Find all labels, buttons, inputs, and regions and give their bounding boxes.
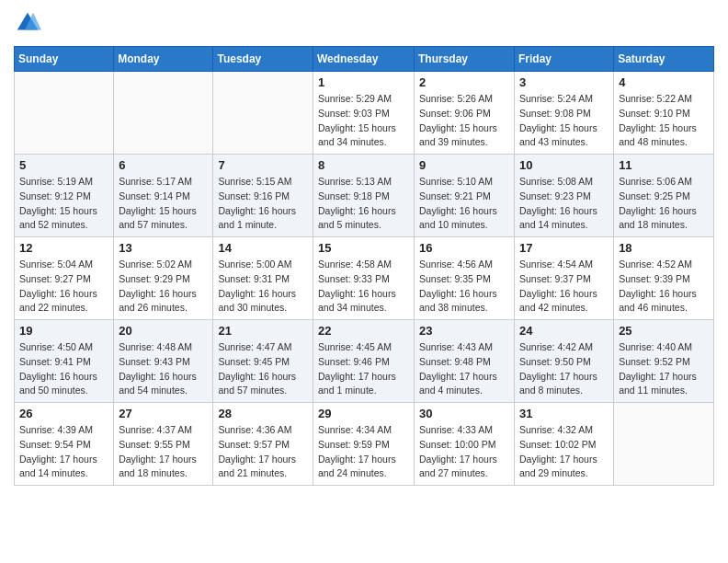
day-number: 8 (318, 158, 409, 172)
calendar-cell (114, 72, 213, 155)
day-info: Sunrise: 4:48 AMSunset: 9:43 PMDaylight:… (119, 340, 208, 398)
day-number: 9 (419, 158, 509, 172)
calendar-cell: 5Sunrise: 5:19 AMSunset: 9:12 PMDaylight… (15, 155, 114, 237)
calendar-cell: 30Sunrise: 4:33 AMSunset: 10:00 PMDaylig… (415, 403, 515, 486)
calendar-cell: 16Sunrise: 4:56 AMSunset: 9:35 PMDayligh… (415, 237, 515, 320)
day-number: 11 (619, 158, 709, 172)
day-info: Sunrise: 5:17 AMSunset: 9:14 PMDaylight:… (119, 175, 208, 233)
day-info: Sunrise: 5:10 AMSunset: 9:21 PMDaylight:… (419, 175, 509, 233)
weekday-header-monday: Monday (114, 47, 213, 72)
weekday-header-thursday: Thursday (415, 47, 515, 72)
calendar-week-2: 5Sunrise: 5:19 AMSunset: 9:12 PMDaylight… (15, 155, 714, 237)
calendar-cell: 31Sunrise: 4:32 AMSunset: 10:02 PMDaylig… (515, 403, 614, 486)
day-info: Sunrise: 4:47 AMSunset: 9:45 PMDaylight:… (218, 340, 308, 398)
day-number: 6 (119, 158, 208, 172)
calendar-cell: 23Sunrise: 4:43 AMSunset: 9:48 PMDayligh… (415, 320, 515, 403)
day-number: 25 (619, 324, 709, 338)
calendar-cell: 24Sunrise: 4:42 AMSunset: 9:50 PMDayligh… (515, 320, 614, 403)
day-number: 30 (419, 407, 509, 420)
calendar-week-4: 19Sunrise: 4:50 AMSunset: 9:41 PMDayligh… (15, 320, 714, 403)
day-info: Sunrise: 5:19 AMSunset: 9:12 PMDaylight:… (19, 175, 108, 233)
day-number: 20 (119, 324, 208, 338)
calendar-cell: 26Sunrise: 4:39 AMSunset: 9:54 PMDayligh… (15, 403, 114, 486)
day-number: 2 (419, 75, 509, 89)
day-info: Sunrise: 5:22 AMSunset: 9:10 PMDaylight:… (619, 92, 709, 150)
calendar-cell: 22Sunrise: 4:45 AMSunset: 9:46 PMDayligh… (313, 320, 415, 403)
day-number: 5 (19, 158, 108, 172)
calendar-cell (213, 72, 313, 155)
day-number: 23 (419, 324, 509, 338)
calendar-week-3: 12Sunrise: 5:04 AMSunset: 9:27 PMDayligh… (15, 237, 714, 320)
day-info: Sunrise: 5:24 AMSunset: 9:08 PMDaylight:… (519, 92, 609, 150)
calendar-cell: 4Sunrise: 5:22 AMSunset: 9:10 PMDaylight… (614, 72, 714, 155)
day-number: 13 (119, 241, 208, 255)
calendar-cell: 1Sunrise: 5:29 AMSunset: 9:03 PMDaylight… (313, 72, 415, 155)
day-info: Sunrise: 4:42 AMSunset: 9:50 PMDaylight:… (519, 340, 609, 398)
calendar-table: SundayMondayTuesdayWednesdayThursdayFrid… (14, 46, 714, 486)
calendar-cell: 2Sunrise: 5:26 AMSunset: 9:06 PMDaylight… (415, 72, 515, 155)
weekday-header-sunday: Sunday (15, 47, 114, 72)
day-number: 31 (519, 407, 609, 420)
calendar-cell (614, 403, 714, 486)
day-info: Sunrise: 4:36 AMSunset: 9:57 PMDaylight:… (218, 423, 308, 481)
calendar-cell: 12Sunrise: 5:04 AMSunset: 9:27 PMDayligh… (15, 237, 114, 320)
calendar-cell: 19Sunrise: 4:50 AMSunset: 9:41 PMDayligh… (15, 320, 114, 403)
calendar-cell: 27Sunrise: 4:37 AMSunset: 9:55 PMDayligh… (114, 403, 213, 486)
day-info: Sunrise: 5:00 AMSunset: 9:31 PMDaylight:… (218, 258, 308, 316)
calendar-cell: 6Sunrise: 5:17 AMSunset: 9:14 PMDaylight… (114, 155, 213, 237)
day-info: Sunrise: 5:08 AMSunset: 9:23 PMDaylight:… (519, 175, 609, 233)
calendar-cell: 11Sunrise: 5:06 AMSunset: 9:25 PMDayligh… (614, 155, 714, 237)
weekday-header-saturday: Saturday (614, 47, 714, 72)
day-info: Sunrise: 4:39 AMSunset: 9:54 PMDaylight:… (19, 423, 108, 481)
day-number: 24 (519, 324, 609, 338)
day-number: 3 (519, 75, 609, 89)
day-number: 16 (419, 241, 509, 255)
weekday-header-friday: Friday (515, 47, 614, 72)
calendar-cell: 3Sunrise: 5:24 AMSunset: 9:08 PMDaylight… (515, 72, 614, 155)
calendar-cell: 9Sunrise: 5:10 AMSunset: 9:21 PMDaylight… (415, 155, 515, 237)
calendar-cell: 18Sunrise: 4:52 AMSunset: 9:39 PMDayligh… (614, 237, 714, 320)
day-number: 17 (519, 241, 609, 255)
day-info: Sunrise: 4:33 AMSunset: 10:00 PMDaylight… (419, 423, 509, 481)
day-number: 28 (218, 407, 308, 420)
calendar-week-1: 1Sunrise: 5:29 AMSunset: 9:03 PMDaylight… (15, 72, 714, 155)
day-info: Sunrise: 4:58 AMSunset: 9:33 PMDaylight:… (318, 258, 409, 316)
calendar-cell: 28Sunrise: 4:36 AMSunset: 9:57 PMDayligh… (213, 403, 313, 486)
day-info: Sunrise: 4:56 AMSunset: 9:35 PMDaylight:… (419, 258, 509, 316)
day-info: Sunrise: 4:52 AMSunset: 9:39 PMDaylight:… (619, 258, 709, 316)
day-number: 22 (318, 324, 409, 338)
calendar-cell: 29Sunrise: 4:34 AMSunset: 9:59 PMDayligh… (313, 403, 415, 486)
header (14, 9, 714, 37)
day-number: 29 (318, 407, 409, 420)
calendar-cell: 7Sunrise: 5:15 AMSunset: 9:16 PMDaylight… (213, 155, 313, 237)
day-number: 1 (318, 75, 409, 89)
day-info: Sunrise: 5:04 AMSunset: 9:27 PMDaylight:… (19, 258, 108, 316)
weekday-header-row: SundayMondayTuesdayWednesdayThursdayFrid… (15, 47, 714, 72)
day-number: 10 (519, 158, 609, 172)
calendar-cell: 10Sunrise: 5:08 AMSunset: 9:23 PMDayligh… (515, 155, 614, 237)
day-number: 19 (19, 324, 108, 338)
day-number: 27 (119, 407, 208, 420)
day-number: 21 (218, 324, 308, 338)
logo (14, 9, 45, 37)
day-info: Sunrise: 4:34 AMSunset: 9:59 PMDaylight:… (318, 423, 409, 481)
day-info: Sunrise: 4:50 AMSunset: 9:41 PMDaylight:… (19, 340, 108, 398)
calendar-cell: 25Sunrise: 4:40 AMSunset: 9:52 PMDayligh… (614, 320, 714, 403)
day-number: 4 (619, 75, 709, 89)
calendar-cell (15, 72, 114, 155)
day-info: Sunrise: 5:29 AMSunset: 9:03 PMDaylight:… (318, 92, 409, 150)
day-info: Sunrise: 4:54 AMSunset: 9:37 PMDaylight:… (519, 258, 609, 316)
day-number: 15 (318, 241, 409, 255)
day-number: 12 (19, 241, 108, 255)
day-number: 26 (19, 407, 108, 420)
calendar-cell: 21Sunrise: 4:47 AMSunset: 9:45 PMDayligh… (213, 320, 313, 403)
day-number: 18 (619, 241, 709, 255)
page: SundayMondayTuesdayWednesdayThursdayFrid… (0, 0, 728, 500)
day-info: Sunrise: 4:43 AMSunset: 9:48 PMDaylight:… (419, 340, 509, 398)
logo-icon (14, 9, 41, 37)
weekday-header-tuesday: Tuesday (213, 47, 313, 72)
day-info: Sunrise: 5:13 AMSunset: 9:18 PMDaylight:… (318, 175, 409, 233)
calendar-cell: 15Sunrise: 4:58 AMSunset: 9:33 PMDayligh… (313, 237, 415, 320)
day-number: 7 (218, 158, 308, 172)
day-info: Sunrise: 5:06 AMSunset: 9:25 PMDaylight:… (619, 175, 709, 233)
